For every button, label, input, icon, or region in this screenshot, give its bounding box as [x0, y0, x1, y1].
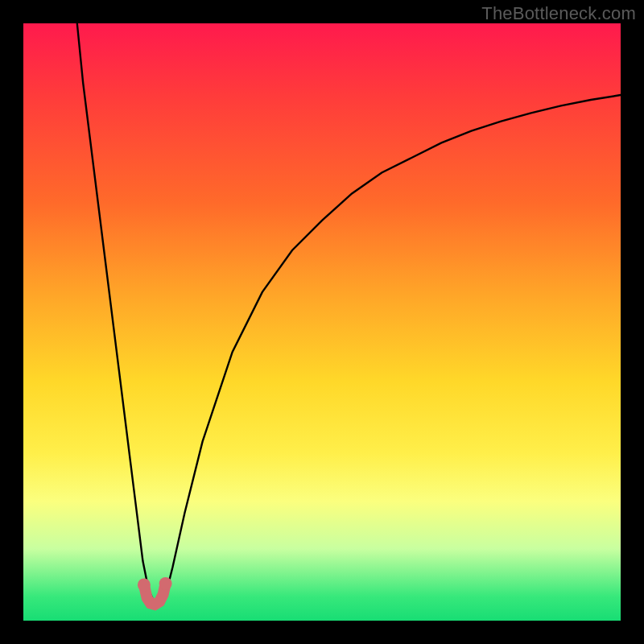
- highlight-dot-left: [138, 578, 151, 591]
- plot-area: [23, 23, 621, 621]
- highlight-dot-right: [159, 577, 172, 590]
- chart-frame: TheBottleneck.com: [0, 0, 644, 644]
- curve-svg: [23, 23, 621, 621]
- bottleneck-curve: [77, 23, 621, 603]
- watermark-text: TheBottleneck.com: [481, 3, 636, 24]
